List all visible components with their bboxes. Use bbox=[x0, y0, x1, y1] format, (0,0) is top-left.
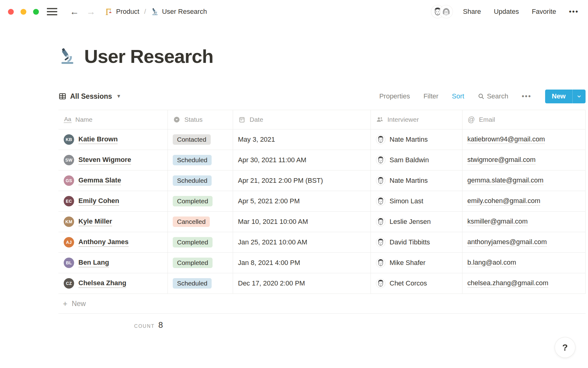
sort-button[interactable]: Sort bbox=[452, 92, 464, 100]
cell-email[interactable]: anthonyjames@gmail.com bbox=[462, 232, 586, 252]
email-link[interactable]: emily.cohen@gmail.com bbox=[467, 197, 540, 205]
cell-status[interactable]: Completed bbox=[168, 232, 233, 252]
cell-status[interactable]: Completed bbox=[168, 191, 233, 211]
search-button[interactable]: Search bbox=[478, 92, 508, 100]
cell-email[interactable]: b.lang@aol.com bbox=[462, 253, 586, 273]
cell-date[interactable]: Dec 17, 2020 2:00 PM bbox=[233, 273, 371, 293]
cell-status[interactable]: Contacted bbox=[168, 129, 233, 150]
column-header-interviewer[interactable]: Interviewer bbox=[371, 110, 462, 129]
cell-status[interactable]: Scheduled bbox=[168, 273, 233, 293]
column-header-name[interactable]: Aa Name bbox=[58, 110, 168, 129]
person-name-link[interactable]: Chelsea Zhang bbox=[78, 279, 126, 288]
cell-name[interactable]: KB Katie Brown bbox=[58, 129, 168, 150]
cell-interviewer[interactable]: Chet Corcos bbox=[371, 273, 462, 293]
cell-date[interactable]: Jan 8, 2021 4:00 PM bbox=[233, 253, 371, 273]
email-link[interactable]: chelsea.zhang@gmail.com bbox=[467, 279, 548, 288]
email-link[interactable]: stwigmore@gmail.com bbox=[467, 156, 536, 164]
cell-email[interactable]: katiebrown94@gmail.com bbox=[462, 129, 586, 150]
view-more-options-icon[interactable]: ••• bbox=[522, 92, 532, 100]
column-header-date[interactable]: Date bbox=[233, 110, 371, 129]
cell-status[interactable]: Scheduled bbox=[168, 150, 233, 170]
email-link[interactable]: gemma.slate@gmail.com bbox=[467, 176, 544, 185]
help-button[interactable]: ? bbox=[555, 337, 575, 358]
breadcrumb-label: User Research bbox=[162, 8, 207, 16]
new-button-dropdown[interactable] bbox=[573, 90, 586, 103]
cell-name[interactable]: AJ Anthony James bbox=[58, 232, 168, 252]
view-switcher-all-sessions[interactable]: All Sessions ▼ bbox=[58, 91, 124, 102]
cell-email[interactable]: stwigmore@gmail.com bbox=[462, 150, 586, 170]
person-name-link[interactable]: Emily Cohen bbox=[78, 197, 119, 206]
cell-status[interactable]: Cancelled bbox=[168, 212, 233, 232]
back-arrow-icon[interactable]: ← bbox=[68, 7, 81, 16]
cell-date[interactable]: Apr 21, 2021 2:00 PM (BST) bbox=[233, 171, 371, 191]
person-photo-avatar: BL bbox=[64, 258, 74, 268]
cell-date[interactable]: Apr 30, 2021 11:00 AM bbox=[233, 150, 371, 170]
count-label: COUNT bbox=[134, 324, 155, 329]
count-value: 8 bbox=[158, 320, 163, 330]
cell-email[interactable]: gemma.slate@gmail.com bbox=[462, 171, 586, 191]
at-email-icon: @ bbox=[467, 116, 475, 124]
person-name-link[interactable]: Steven Wigmore bbox=[78, 156, 131, 165]
person-photo-avatar: KM bbox=[64, 217, 74, 227]
breadcrumb-item-user-research[interactable]: User Research bbox=[151, 8, 207, 16]
forward-arrow-icon[interactable]: → bbox=[85, 7, 97, 16]
share-button[interactable]: Share bbox=[463, 8, 481, 16]
breadcrumb-label: Product bbox=[116, 8, 139, 16]
add-new-row-button[interactable]: + New bbox=[58, 293, 586, 314]
close-window-button[interactable] bbox=[8, 9, 14, 15]
cell-interviewer[interactable]: David Tibbitts bbox=[371, 232, 462, 252]
cell-name[interactable]: KM Kyle Miller bbox=[58, 212, 168, 232]
cell-name[interactable]: SW Steven Wigmore bbox=[58, 150, 168, 170]
person-name-link[interactable]: Anthony James bbox=[78, 238, 129, 247]
email-link[interactable]: anthonyjames@gmail.com bbox=[467, 238, 547, 247]
cell-status[interactable]: Scheduled bbox=[168, 171, 233, 191]
minimize-window-button[interactable] bbox=[21, 9, 26, 15]
cell-name[interactable]: BL Ben Lang bbox=[58, 253, 168, 273]
cell-date[interactable]: Apr 5, 2021 2:00 PM bbox=[233, 191, 371, 211]
cell-name[interactable]: CZ Chelsea Zhang bbox=[58, 273, 168, 293]
cell-interviewer[interactable]: Simon Last bbox=[371, 191, 462, 211]
cell-date[interactable]: Mar 10, 2021 10:00 AM bbox=[233, 212, 371, 232]
updates-button[interactable]: Updates bbox=[494, 8, 519, 16]
interviewer-sketch-avatar bbox=[376, 155, 386, 165]
sidebar-menu-icon[interactable] bbox=[47, 8, 57, 15]
search-icon bbox=[478, 93, 484, 100]
cell-interviewer[interactable]: Leslie Jensen bbox=[371, 212, 462, 232]
column-header-status[interactable]: Status bbox=[168, 110, 233, 129]
properties-button[interactable]: Properties bbox=[379, 92, 410, 100]
cell-name[interactable]: GS Gemma Slate bbox=[58, 171, 168, 191]
cell-interviewer[interactable]: Nate Martins bbox=[371, 171, 462, 191]
person-name-link[interactable]: Kyle Miller bbox=[78, 217, 112, 226]
cell-interviewer[interactable]: Mike Shafer bbox=[371, 253, 462, 273]
status-badge: Contacted bbox=[173, 134, 211, 145]
favorite-button[interactable]: Favorite bbox=[532, 8, 556, 16]
zoom-window-button[interactable] bbox=[33, 9, 39, 15]
person-name-link[interactable]: Ben Lang bbox=[78, 259, 109, 267]
breadcrumb-item-product[interactable]: Product bbox=[105, 8, 139, 16]
microscope-icon[interactable] bbox=[58, 47, 76, 65]
cell-email[interactable]: ksmiller@gmail.com bbox=[462, 212, 586, 232]
cell-status[interactable]: Completed bbox=[168, 253, 233, 273]
new-button[interactable]: New bbox=[545, 90, 572, 103]
more-options-icon[interactable]: ••• bbox=[569, 8, 579, 16]
cell-name[interactable]: EC Emily Cohen bbox=[58, 191, 168, 211]
construction-crane-icon bbox=[105, 8, 113, 16]
person-photo-avatar: SW bbox=[64, 155, 74, 165]
cell-date[interactable]: May 3, 2021 bbox=[233, 129, 371, 150]
cell-interviewer[interactable]: Nate Martins bbox=[371, 129, 462, 150]
filter-button[interactable]: Filter bbox=[424, 92, 439, 100]
person-name-link[interactable]: Katie Brown bbox=[78, 135, 118, 144]
count-aggregate[interactable]: COUNT 8 bbox=[58, 314, 168, 330]
email-link[interactable]: b.lang@aol.com bbox=[467, 259, 516, 267]
person-name-link[interactable]: Gemma Slate bbox=[78, 176, 121, 185]
cell-email[interactable]: chelsea.zhang@gmail.com bbox=[462, 273, 586, 293]
cell-interviewer[interactable]: Sam Baldwin bbox=[371, 150, 462, 170]
interviewer-name: Nate Martins bbox=[390, 177, 428, 185]
email-link[interactable]: katiebrown94@gmail.com bbox=[467, 135, 545, 144]
cell-date[interactable]: Jan 25, 2021 10:00 AM bbox=[233, 232, 371, 252]
collaborator-avatars[interactable] bbox=[431, 5, 453, 18]
cell-email[interactable]: emily.cohen@gmail.com bbox=[462, 191, 586, 211]
column-header-email[interactable]: @ Email bbox=[462, 110, 586, 129]
email-link[interactable]: ksmiller@gmail.com bbox=[467, 217, 528, 226]
page-title[interactable]: User Research bbox=[84, 45, 213, 67]
